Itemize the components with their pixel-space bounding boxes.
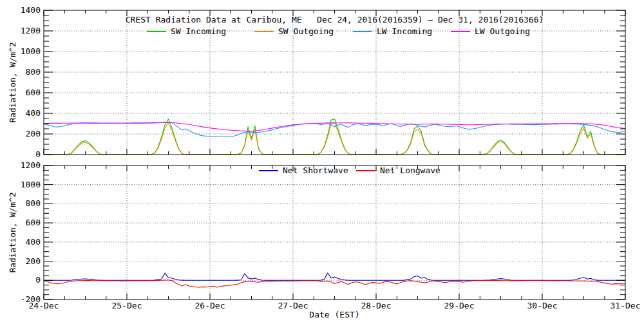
- legend-label: Net Shortwave: [283, 166, 348, 175]
- legend-label: LW Outgoing: [475, 27, 530, 36]
- legend-item-lw-outgoing: LW Outgoing: [451, 27, 530, 36]
- y-tick-label: 800: [11, 199, 41, 208]
- y-tick-label: 1200: [11, 161, 41, 170]
- legend-item-net-shortwave: Net Shortwave: [259, 166, 348, 175]
- x-tick-label: 28-Dec: [358, 301, 394, 310]
- panel-frame: [44, 166, 625, 299]
- legend-item-sw-outgoing: SW Outgoing: [254, 27, 334, 36]
- series-net-shortwave: [44, 273, 625, 281]
- bottom-panel: [44, 166, 625, 299]
- x-tick-label: 24-Dec: [26, 301, 62, 310]
- y-tick-label: 600: [11, 218, 41, 227]
- x-axis-label: Date (EST): [44, 310, 625, 319]
- y-tick-label: 0: [11, 276, 41, 285]
- x-tick-label: 25-Dec: [109, 301, 145, 310]
- y-tick-label: 0: [11, 150, 41, 159]
- series-sw-outgoing: [44, 122, 625, 155]
- y-tick-label: 200: [11, 129, 41, 138]
- legend-line-swatch: [356, 170, 375, 171]
- x-tick-label: 31-Dec: [607, 301, 643, 310]
- legend-item-net-longwave: Net Longwave: [356, 166, 440, 175]
- y-tick-label: 1400: [11, 6, 41, 15]
- legend-item-lw-incoming: LW Incoming: [353, 27, 432, 36]
- series-lw-incoming: [44, 122, 625, 137]
- chart-canvas: [0, 0, 644, 322]
- legend-line-swatch: [353, 31, 372, 32]
- series-net-longwave: [44, 280, 625, 287]
- y-tick-label: 400: [11, 238, 41, 247]
- y-tick-label: 400: [11, 109, 41, 118]
- legend-label: LW Incoming: [377, 27, 432, 36]
- x-tick-label: 30-Dec: [524, 301, 560, 310]
- x-tick-label: 29-Dec: [441, 301, 477, 310]
- top-panel: [44, 10, 625, 155]
- chart-title: CREST Radiation Data at Caribou, ME Dec …: [44, 15, 625, 24]
- panel-frame: [44, 10, 625, 155]
- y-tick-label: 1000: [11, 47, 41, 56]
- y-tick-label: 1000: [11, 180, 41, 189]
- legend-label: SW Incoming: [171, 27, 226, 36]
- x-tick-label: 27-Dec: [275, 301, 311, 310]
- y-tick-label: 600: [11, 88, 41, 97]
- legend-line-swatch: [254, 31, 274, 32]
- y-tick-label: 800: [11, 68, 41, 77]
- x-tick-label: 26-Dec: [192, 301, 228, 310]
- legend-item-sw-incoming: SW Incoming: [147, 27, 226, 36]
- legend-line-swatch: [147, 31, 166, 32]
- legend-line-swatch: [451, 31, 470, 32]
- legend-label: Net Longwave: [380, 166, 440, 175]
- radiation-figure: CREST Radiation Data at Caribou, ME Dec …: [0, 0, 644, 322]
- legend-label: SW Outgoing: [278, 27, 334, 36]
- y-tick-label: 200: [11, 257, 41, 266]
- y-tick-label: 1200: [11, 26, 41, 35]
- legend-line-swatch: [259, 170, 278, 171]
